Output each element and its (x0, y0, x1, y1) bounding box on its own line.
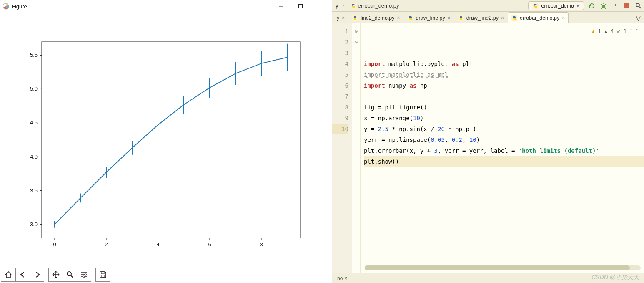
tabs-more-icon[interactable]: ⋁ (633, 13, 644, 23)
svg-rect-41 (351, 3, 356, 9)
svg-text:5.0: 5.0 (30, 86, 38, 92)
chevron-down-icon[interactable]: ˅ (636, 26, 638, 37)
svg-rect-49 (511, 15, 517, 21)
window-close-button[interactable] (310, 0, 329, 13)
close-icon[interactable]: × (342, 15, 345, 21)
code-line[interactable]: yerr = np.linspace(0.05, 0.2, 10) (364, 134, 644, 145)
close-icon[interactable]: × (562, 15, 565, 21)
figure-titlebar[interactable]: Figure 1 (0, 0, 332, 13)
editor-tab[interactable]: draw_line.py× (404, 12, 454, 23)
mpl-toolbar (0, 266, 332, 283)
editor-tab[interactable]: errobar_demo.py× (508, 12, 569, 23)
svg-text:2: 2 (105, 241, 108, 248)
line-gutter[interactable]: 12345678910 (332, 23, 352, 273)
svg-rect-42 (533, 3, 539, 9)
svg-point-35 (67, 272, 71, 276)
fold-column[interactable]: ⊖⊝ (352, 23, 361, 273)
window-maximize-button[interactable] (291, 0, 310, 13)
svg-point-36 (82, 272, 84, 273)
svg-text:3.5: 3.5 (30, 187, 38, 194)
tab-label: draw_line2.py (466, 15, 499, 21)
close-icon[interactable]: × (448, 15, 451, 21)
bottom-tab-bar: no × CSDN @小染大大 (332, 273, 644, 283)
close-icon[interactable]: × (397, 15, 400, 21)
close-icon[interactable]: × (344, 275, 347, 281)
editor[interactable]: 12345678910 ⊖⊝ ▲1 ▲4 ✔1 ˄ ˅ import matpl… (332, 23, 644, 273)
inspection-widget[interactable]: ▲1 ▲4 ✔1 ˄ ˅ (590, 25, 640, 38)
svg-rect-46 (352, 15, 358, 21)
tab-label: draw_line.py (416, 15, 445, 21)
scrollbar-thumb[interactable] (365, 265, 630, 270)
editor-tab[interactable]: line2_demo.py× (348, 12, 403, 23)
run-config-selector[interactable]: errobar_demo ▾ (528, 1, 584, 10)
watermark: CSDN @小染大大 (591, 274, 639, 281)
more-run-icon[interactable]: ⋮ (611, 2, 619, 10)
search-icon[interactable] (635, 2, 642, 10)
python-file-icon (458, 15, 464, 21)
toolbar-save-button[interactable] (96, 268, 110, 281)
python-file-icon (533, 3, 539, 9)
figure-title: Figure 1 (12, 3, 32, 10)
svg-text:4.5: 4.5 (30, 119, 38, 126)
svg-rect-48 (458, 15, 464, 21)
svg-text:4.0: 4.0 (30, 154, 38, 160)
code-line[interactable]: x = np.arange(10) (364, 113, 644, 124)
errorbar-chart: 024683.03.54.04.55.05.5 (0, 13, 332, 263)
toolbar-configure-button[interactable] (77, 268, 91, 281)
window-minimize-button[interactable] (272, 0, 291, 13)
svg-text:5.5: 5.5 (30, 52, 38, 58)
svg-text:6: 6 (208, 241, 211, 248)
svg-point-38 (83, 276, 85, 278)
code-line[interactable]: import matplotlib.pyplot as plt (364, 58, 644, 69)
python-file-icon (408, 15, 413, 21)
code-line[interactable]: fig = plt.figure() (364, 102, 644, 113)
toolbar-home-button[interactable] (1, 268, 15, 281)
run-refresh-icon[interactable] (588, 2, 596, 10)
python-file-icon (511, 15, 517, 21)
ide-topbar: y 〉 errobar_demo.py errobar_demo ▾ ⋮ (332, 0, 644, 12)
breadcrumb-file[interactable]: errobar_demo.py (349, 2, 401, 10)
debug-icon[interactable] (600, 2, 607, 10)
tab-label: y (337, 15, 339, 21)
matplotlib-icon (3, 3, 9, 10)
svg-point-45 (636, 3, 639, 7)
code-line[interactable]: plt.errorbar(x, y + 3, yerr = yerr, labe… (364, 145, 644, 156)
chevron-down-icon: ▾ (576, 3, 579, 9)
code-line[interactable]: import matplotlib as mpl (364, 69, 644, 80)
toolbar-back-button[interactable] (16, 268, 30, 281)
code-line[interactable]: plt.show() (364, 156, 644, 167)
python-file-icon (351, 3, 356, 9)
horizontal-scrollbar[interactable] (365, 265, 641, 270)
svg-rect-44 (624, 3, 629, 8)
stop-icon[interactable] (623, 2, 631, 10)
warning-icon: ▲ (592, 26, 595, 37)
svg-point-43 (602, 5, 605, 8)
figure-canvas[interactable]: 024683.03.54.04.55.05.5 (0, 13, 332, 266)
svg-text:0: 0 (53, 241, 56, 248)
code-area[interactable]: ▲1 ▲4 ✔1 ˄ ˅ import matplotlib.pyplot as… (361, 23, 644, 273)
breadcrumb-item[interactable]: y (334, 2, 340, 10)
svg-point-37 (85, 274, 86, 275)
editor-tab[interactable]: draw_line2.py× (454, 12, 508, 23)
ide-pane: y 〉 errobar_demo.py errobar_demo ▾ ⋮ y×l… (332, 0, 644, 283)
chevron-up-icon[interactable]: ˄ (630, 26, 632, 37)
tab-label: line2_demo.py (361, 15, 394, 21)
svg-text:8: 8 (260, 241, 263, 248)
svg-text:3.0: 3.0 (30, 221, 38, 227)
svg-rect-40 (101, 275, 105, 277)
editor-tab[interactable]: y× (333, 12, 348, 23)
svg-rect-47 (408, 15, 413, 21)
figure-window: Figure 1 024683.03.54.04.55.05.5 (0, 0, 332, 283)
toolbar-forward-button[interactable] (30, 268, 44, 281)
bottom-tab[interactable]: no × (335, 275, 350, 282)
close-icon[interactable]: × (501, 15, 504, 21)
toolbar-zoom-button[interactable] (63, 268, 77, 281)
code-line[interactable] (364, 91, 644, 102)
svg-rect-1 (299, 5, 303, 8)
code-line[interactable]: y = 2.5 * np.sin(x / 20 * np.pi) (364, 124, 644, 134)
python-file-icon (352, 15, 358, 21)
editor-tabs: y×line2_demo.py×draw_line.py×draw_line2.… (332, 12, 644, 23)
toolbar-pan-button[interactable] (49, 268, 63, 281)
code-line[interactable]: import numpy as np (364, 80, 644, 91)
check-icon: ✔ (617, 26, 620, 37)
